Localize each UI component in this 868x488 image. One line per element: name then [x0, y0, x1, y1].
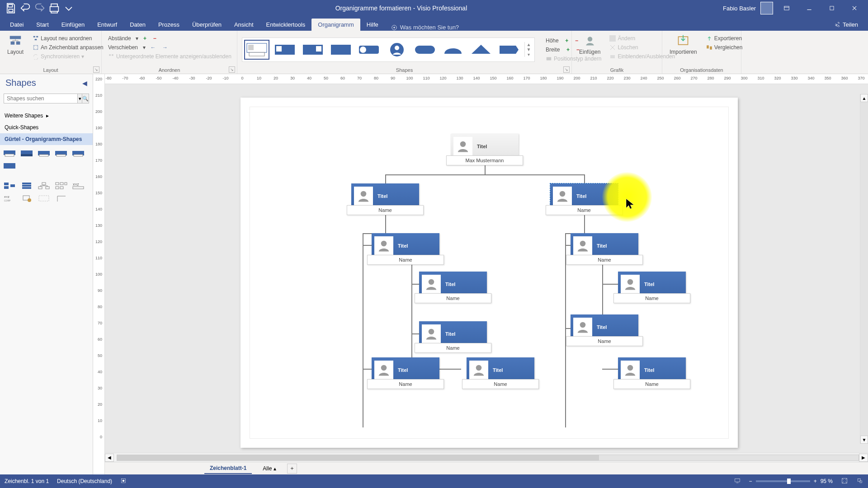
presentation-mode-icon[interactable] [734, 478, 741, 485]
zoom-in-icon[interactable]: + [814, 478, 817, 484]
status-language[interactable]: Deutsch (Deutschland) [57, 478, 112, 484]
scroll-down-icon[interactable]: ▼ [860, 436, 868, 444]
org-node-top[interactable]: Titel Max Mustermann [451, 134, 519, 159]
tab-einfuegen[interactable]: Einfügen [55, 19, 91, 31]
shapes-dialog-launcher[interactable]: ↘ [563, 66, 570, 73]
shape-style-7[interactable] [412, 40, 438, 60]
redo-icon[interactable] [33, 2, 46, 14]
tab-organigramm[interactable]: Organigramm [311, 19, 360, 31]
tab-ansicht[interactable]: Ansicht [228, 19, 260, 31]
zoom-value[interactable]: 95 % [821, 478, 833, 484]
shape-style-2[interactable] [272, 40, 297, 60]
minimize-icon[interactable] [800, 0, 818, 16]
tab-ueberpruefen[interactable]: Überprüfen [186, 19, 228, 31]
stencil-shape-10[interactable] [54, 181, 68, 190]
stencil-shape-3[interactable] [37, 149, 51, 158]
layout-neu-button[interactable]: Layout neu anordnen [31, 34, 94, 42]
stencil-selected[interactable]: Gürtel - Organigramm-Shapes [0, 133, 93, 145]
org-node[interactable]: Titel Name [351, 183, 419, 209]
fit-page-icon[interactable] [841, 478, 848, 485]
drawing-page[interactable]: Titel Max Mustermann Titel Name Titel Na… [241, 98, 738, 448]
shape-style-6[interactable] [384, 40, 410, 60]
gallery-down-icon[interactable]: ▼ [525, 47, 533, 52]
save-icon[interactable] [5, 2, 17, 14]
org-node[interactable]: TitelName [618, 272, 686, 297]
org-node[interactable]: TitelName [571, 314, 638, 340]
sheet-add-button[interactable]: ＋ [287, 464, 297, 474]
shape-style-10[interactable] [496, 40, 522, 60]
share-button[interactable]: Teilen [827, 19, 864, 31]
stencil-shape-4[interactable] [54, 149, 68, 158]
quick-shapes-button[interactable]: Quick-Shapes [0, 122, 93, 133]
org-node[interactable]: TitelName [571, 233, 638, 258]
org-node[interactable]: TitelName [372, 357, 439, 383]
exportieren-button[interactable]: Exportieren [704, 34, 744, 42]
shape-style-5[interactable] [356, 40, 382, 60]
tab-start[interactable]: Start [30, 19, 55, 31]
stencil-shape-7[interactable] [3, 181, 16, 190]
gallery-up-icon[interactable]: ▲ [525, 42, 533, 47]
zoom-control[interactable]: − + 95 % [749, 478, 833, 484]
org-node[interactable]: TitelName [467, 357, 534, 383]
close-icon[interactable] [845, 0, 863, 16]
stencil-shape-12[interactable]: XYZCORP [3, 194, 16, 203]
horizontal-scrollbar[interactable]: ◀ ▶ [105, 453, 868, 462]
user-name[interactable]: Fabio Basler [723, 5, 756, 12]
abstande-button[interactable]: Abstände ▾ + − [106, 34, 158, 42]
ribbon-display-options-icon[interactable] [778, 0, 796, 16]
shape-style-4[interactable] [328, 40, 354, 60]
stencil-shape-6[interactable] [3, 161, 16, 170]
importieren-button[interactable]: Importieren [667, 33, 700, 57]
pan-zoom-icon[interactable] [856, 478, 863, 485]
stencil-shape-11[interactable]: XYZ [71, 181, 85, 190]
verschieben-button[interactable]: Verschieben ▾ ← → [106, 43, 170, 52]
shape-style-8[interactable] [440, 40, 466, 60]
shapes-search-input[interactable] [4, 94, 78, 103]
shape-style-1[interactable] [244, 40, 269, 60]
shapes-search-go-icon[interactable]: 🔍 [82, 94, 89, 103]
tab-hilfe[interactable]: Hilfe [360, 19, 385, 31]
tab-entwurf[interactable]: Entwurf [91, 19, 123, 31]
more-shapes-button[interactable]: Weitere Shapes ▸ [0, 110, 93, 122]
stencil-shape-8[interactable] [20, 181, 33, 190]
user-avatar[interactable] [760, 2, 773, 14]
layout-big-button[interactable]: Layout [5, 33, 26, 57]
stencil-shape-1[interactable] [3, 149, 16, 158]
stencil-shape-5[interactable] [71, 149, 85, 158]
macro-record-icon[interactable] [120, 478, 127, 485]
scroll-up-icon[interactable]: ▲ [860, 94, 868, 102]
zeichenblatt-button[interactable]: An Zeichenblatt anpassen [31, 43, 105, 52]
org-node-selected[interactable]: Titel Name [550, 183, 618, 209]
vertical-scrollbar[interactable]: ▲ ▼ [860, 94, 868, 444]
print-icon[interactable] [48, 2, 61, 14]
anordnen-dialog-launcher[interactable]: ↘ [229, 66, 235, 73]
gallery-more-icon[interactable]: ▾ [525, 52, 533, 57]
undo-icon[interactable] [19, 2, 32, 14]
shape-style-9[interactable] [468, 40, 494, 60]
layout-dialog-launcher[interactable]: ↘ [93, 66, 99, 73]
zoom-out-icon[interactable]: − [749, 478, 752, 484]
stencil-shape-14[interactable] [37, 194, 51, 203]
vergleichen-button[interactable]: Vergleichen [704, 43, 745, 52]
stencil-shape-9[interactable] [37, 181, 51, 190]
sheet-alle[interactable]: Alle ▴ [258, 464, 281, 474]
shape-style-3[interactable] [300, 40, 326, 60]
einfuegen-button[interactable]: Einfügen [576, 33, 603, 57]
tab-prozess[interactable]: Prozess [152, 19, 186, 31]
tab-datei[interactable]: Datei [4, 19, 30, 31]
canvas-scroll[interactable]: Titel Max Mustermann Titel Name Titel Na… [105, 84, 868, 453]
maximize-icon[interactable] [823, 0, 841, 16]
qat-customize-icon[interactable] [62, 2, 75, 14]
scroll-right-icon[interactable]: ▶ [859, 454, 868, 462]
stencil-shape-15[interactable] [54, 194, 68, 203]
shapes-pane-collapse-icon[interactable]: ◀ [82, 80, 87, 87]
stencil-shape-2[interactable] [20, 149, 33, 158]
org-node[interactable]: TitelName [419, 272, 487, 297]
shapes-search-dropdown-icon[interactable]: ▾ [78, 94, 82, 103]
org-node[interactable]: TitelName [419, 321, 487, 347]
zoom-slider[interactable] [756, 480, 810, 482]
tab-entwicklertools[interactable]: Entwicklertools [260, 19, 312, 31]
org-node[interactable]: TitelName [618, 357, 686, 383]
tell-me[interactable]: Was möchten Sie tun? [385, 24, 465, 31]
sheet-tab-1[interactable]: Zeichenblatt-1 [204, 463, 252, 474]
